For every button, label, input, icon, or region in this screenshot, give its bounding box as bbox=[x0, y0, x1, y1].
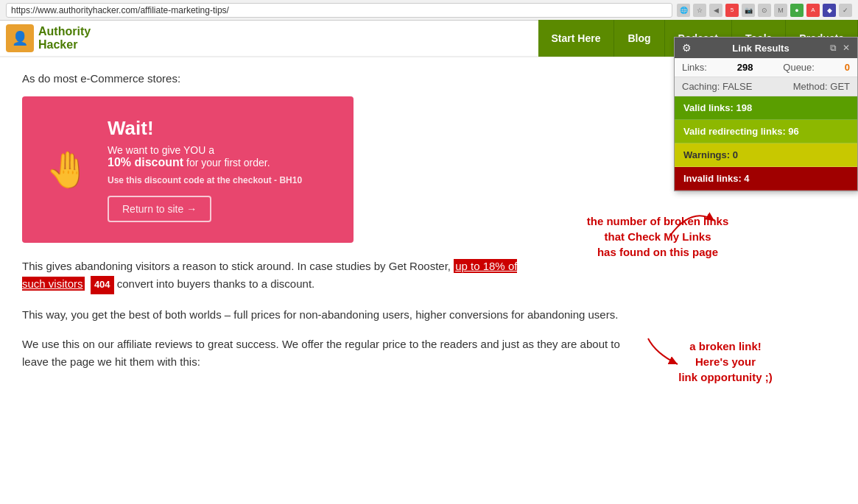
lr-invalid-links: Invalid links: 4 bbox=[675, 167, 857, 191]
lr-title: Link Results bbox=[732, 43, 789, 54]
lr-valid-redirecting: Valid redirecting links: 96 bbox=[675, 120, 857, 143]
nav-blog[interactable]: Blog bbox=[614, 20, 664, 57]
star-icon[interactable]: ☆ bbox=[693, 4, 706, 17]
logo-avatar: 👤 bbox=[6, 24, 34, 52]
lr-queue-value: 0 bbox=[845, 62, 850, 73]
body1-after: convert into buyers thanks to a discount… bbox=[117, 277, 314, 290]
promo-wait: Wait! bbox=[108, 117, 302, 140]
extension-badge-red[interactable]: 5 bbox=[725, 4, 739, 17]
link-results-panel: ⚙ Link Results ⧉ ✕ Links: 298 Queue: 0 C… bbox=[674, 37, 858, 191]
lr-valid-links: Valid links: 198 bbox=[675, 96, 857, 120]
url-prefix: https://www.authorityhacker.com bbox=[11, 5, 138, 15]
hand-icon: 🤚 bbox=[46, 149, 90, 191]
article-area: As do most e-Commerce stores: 🤚 Wait! We… bbox=[0, 57, 663, 504]
promo-code: Use this discount code at the checkout -… bbox=[108, 175, 302, 185]
circle-icon[interactable]: ⊙ bbox=[758, 4, 771, 17]
badge-404: 404 bbox=[91, 276, 114, 294]
lr-links-label: Links: bbox=[682, 62, 707, 73]
body1-before: This gives abandoning visitors a reason … bbox=[22, 260, 451, 272]
gear-icon: ⚙ bbox=[682, 42, 692, 54]
promo-banner: 🤚 Wait! We want to give YOU a 10% discou… bbox=[22, 96, 354, 243]
nav-start-here[interactable]: Start Here bbox=[538, 20, 615, 57]
promo-return-button[interactable]: Return to site → bbox=[108, 196, 211, 222]
arrow-opportunity bbox=[641, 331, 685, 368]
checkmark-icon[interactable]: ✓ bbox=[839, 4, 852, 17]
lr-method-label: Method: GET bbox=[793, 81, 850, 92]
logo-area[interactable]: 👤 Authority Hacker bbox=[0, 20, 103, 57]
browser-icons: 🌐 ☆ ◀ 5 📷 ⊙ M ● A ◆ ✓ bbox=[677, 4, 852, 17]
lr-header: ⚙ Link Results ⧉ ✕ bbox=[675, 38, 857, 58]
annotation-broken-links: the number of broken linksthat Check My … bbox=[551, 213, 764, 260]
logo-authority: Authority bbox=[38, 25, 91, 38]
promo-code-suffix: at the checkout - bbox=[207, 175, 277, 185]
logo-text: Authority Hacker bbox=[38, 25, 91, 51]
promo-code-text: Use this discount code bbox=[108, 175, 204, 185]
lr-warnings: Warnings: 0 bbox=[675, 143, 857, 167]
url-text: https://www.authorityhacker.com/affiliat… bbox=[11, 5, 229, 15]
lr-queue-label: Queue: bbox=[783, 62, 815, 73]
ext-icon[interactable]: ◆ bbox=[823, 4, 836, 17]
chrome-icon[interactable]: ● bbox=[790, 4, 804, 17]
promo-sub: We want to give YOU a 10% discount for y… bbox=[108, 144, 302, 169]
nav-icon-1[interactable]: ◀ bbox=[709, 4, 722, 17]
promo-sub-text: We want to give YOU a bbox=[108, 144, 214, 156]
lr-close-icon[interactable]: ✕ bbox=[843, 43, 850, 53]
lr-links-value: 298 bbox=[737, 62, 753, 73]
body-text-1: This gives abandoning visitors a reason … bbox=[22, 258, 641, 294]
logo-hacker: Hacker bbox=[38, 38, 91, 52]
url-bar[interactable]: https://www.authorityhacker.com/affiliat… bbox=[6, 3, 672, 18]
camera-icon[interactable]: 📷 bbox=[742, 4, 755, 17]
lr-header-icons: ⧉ ✕ bbox=[830, 43, 850, 53]
url-path: /affiliate-marketing-tips/ bbox=[138, 5, 229, 15]
lr-caching-label: Caching: FALSE bbox=[682, 81, 752, 92]
translate-icon[interactable]: 🌐 bbox=[677, 4, 690, 17]
promo-text: Wait! We want to give YOU a 10% discount… bbox=[108, 117, 302, 222]
promo-code-value: BH10 bbox=[279, 175, 302, 185]
promo-for-order: for your first order. bbox=[186, 157, 270, 168]
body-text-2: This way, you get the best of both world… bbox=[22, 306, 641, 324]
gmail-icon[interactable]: M bbox=[774, 4, 787, 17]
address-bar: https://www.authorityhacker.com/affiliat… bbox=[0, 0, 858, 21]
lr-cache-row: Caching: FALSE Method: GET bbox=[675, 77, 857, 96]
arrow-broken-links bbox=[663, 199, 722, 243]
body-text-3: We use this on our affiliate reviews to … bbox=[22, 336, 641, 371]
lr-popout-icon[interactable]: ⧉ bbox=[830, 43, 837, 53]
lr-links-row: Links: 298 Queue: 0 bbox=[675, 58, 857, 77]
promo-discount: 10% discount bbox=[108, 156, 183, 168]
abp-icon[interactable]: A bbox=[806, 4, 820, 17]
intro-text: As do most e-Commerce stores: bbox=[22, 72, 641, 85]
